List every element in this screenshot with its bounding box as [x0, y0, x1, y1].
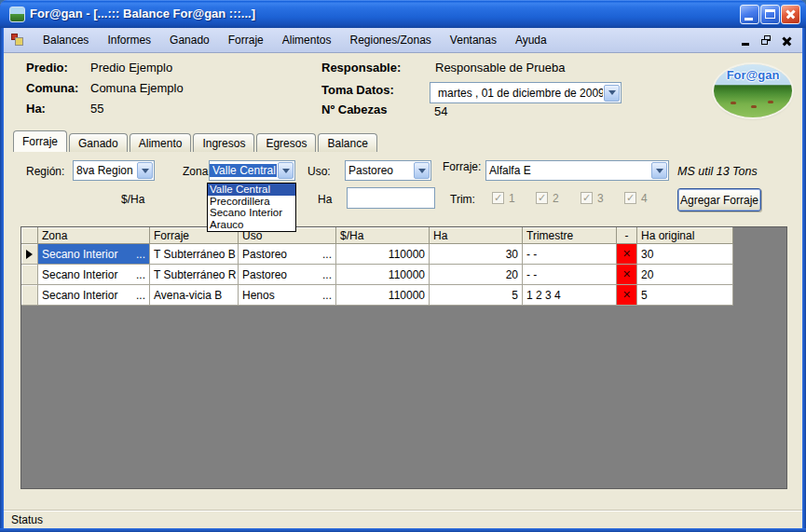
cell-uso[interactable]: Henos...	[239, 285, 336, 306]
cell-zona[interactable]: Secano Interior...	[38, 244, 150, 265]
uso-combobox[interactable]: Pastoreo	[345, 160, 431, 181]
delete-row-button[interactable]: ✕	[617, 244, 637, 265]
maximize-button[interactable]	[760, 5, 780, 24]
cell-ha[interactable]: 30	[430, 244, 523, 265]
cell-trimestre[interactable]: 1 2 3 4	[523, 285, 617, 306]
menu-regiones-zonas[interactable]: Regiones/Zonas	[340, 28, 440, 52]
cell-pha[interactable]: 110000	[336, 285, 430, 306]
tab-alimento[interactable]: Alimento	[130, 133, 192, 152]
agregar-forraje-button[interactable]: Agregar Forraje	[677, 188, 761, 211]
cell-pha[interactable]: 110000	[336, 244, 430, 265]
chevron-down-icon	[656, 169, 663, 173]
mdi-restore-button[interactable]	[761, 35, 772, 47]
trim-label: Trim:	[450, 193, 475, 206]
ha-value: 55	[90, 102, 103, 116]
menu-ayuda[interactable]: Ayuda	[506, 28, 556, 52]
region-combobox[interactable]: 8va Region	[73, 160, 155, 181]
delete-row-button[interactable]: ✕	[617, 265, 637, 285]
window-frame-bottom	[0, 528, 806, 532]
ellipsis-button[interactable]: ...	[136, 268, 145, 281]
cow-icon	[768, 101, 773, 103]
cell-trimestre[interactable]: - -	[523, 244, 617, 265]
menu-ventanas[interactable]: Ventanas	[441, 28, 506, 52]
menu-ganado[interactable]: Ganado	[160, 28, 219, 52]
app-icon	[9, 7, 25, 22]
window-title: For@gan - [...::: Balance For@gan :::...…	[30, 0, 255, 28]
mdi-window-controls	[741, 28, 793, 53]
cell-zona[interactable]: Secano Interior...	[38, 265, 150, 285]
uso-dropdown-button[interactable]	[414, 162, 430, 179]
mdi-close-button[interactable]	[782, 35, 793, 47]
trim-4-checkbox[interactable]: ✓	[624, 192, 636, 204]
col-header-ha-original[interactable]: Ha original	[637, 227, 733, 244]
trim-2-checkbox[interactable]: ✓	[536, 192, 548, 204]
forraje-label: Forraje:	[443, 160, 481, 173]
cell-ha-original[interactable]: 30	[637, 244, 733, 265]
cell-trimestre[interactable]: - -	[523, 265, 617, 285]
zona-dropdown-button[interactable]	[278, 162, 294, 179]
col-header-delete[interactable]: -	[617, 227, 637, 244]
trim-3-checkbox[interactable]: ✓	[581, 192, 593, 204]
pha-label: $/Ha	[121, 193, 144, 206]
cell-uso[interactable]: Pastoreo...	[239, 265, 336, 285]
zona-option-arauco[interactable]: Arauco	[208, 219, 295, 231]
trim-1-checkbox[interactable]: ✓	[492, 192, 504, 204]
ellipsis-button[interactable]: ...	[322, 248, 332, 261]
minimize-icon	[745, 18, 753, 20]
datepicker-dropdown-button[interactable]	[604, 85, 620, 102]
cell-ha[interactable]: 20	[430, 265, 523, 285]
menu-alimentos[interactable]: Alimentos	[273, 28, 341, 52]
cell-ha-original[interactable]: 20	[637, 265, 733, 285]
tab-ganado[interactable]: Ganado	[69, 133, 128, 152]
cell-forraje[interactable]: T Subterráneo R	[150, 265, 239, 285]
ha-input[interactable]	[347, 187, 435, 209]
menu-informes[interactable]: Informes	[98, 28, 160, 52]
ellipsis-button[interactable]: ...	[322, 289, 332, 302]
mdi-minimize-button[interactable]	[741, 35, 752, 47]
cell-ha-original[interactable]: 5	[637, 285, 733, 306]
uso-label: Uso:	[307, 165, 331, 178]
forraje-combobox[interactable]: Alfalfa E	[485, 160, 669, 181]
ellipsis-button[interactable]: ...	[136, 289, 145, 302]
menu-balances[interactable]: Balances	[34, 28, 98, 52]
cell-zona[interactable]: Secano Interior...	[38, 285, 150, 306]
col-header-pha[interactable]: $/Ha	[336, 227, 430, 244]
zona-combobox[interactable]: Valle Central	[209, 160, 295, 181]
cell-pha[interactable]: 110000	[336, 265, 430, 285]
col-header-ha[interactable]: Ha	[430, 227, 523, 244]
cell-ha[interactable]: 5	[430, 285, 523, 306]
delete-row-button[interactable]: ✕	[617, 285, 637, 306]
cell-forraje[interactable]: T Subterráneo B	[150, 244, 239, 265]
cell-forraje[interactable]: Avena-vicia B	[150, 285, 239, 306]
cell-uso[interactable]: Pastoreo...	[239, 244, 336, 265]
ellipsis-button[interactable]: ...	[322, 268, 332, 281]
col-header-zona[interactable]: Zona	[38, 227, 150, 244]
comuna-label: Comuna:	[26, 81, 78, 95]
tab-ingresos[interactable]: Ingresos	[193, 133, 254, 152]
menu-forraje[interactable]: Forraje	[219, 28, 273, 52]
ellipsis-button[interactable]: ...	[136, 248, 145, 261]
ha-label: Ha:	[26, 102, 46, 116]
chevron-down-icon	[418, 169, 426, 173]
row-selector-cell[interactable]	[21, 285, 38, 306]
zona-option-precordillera[interactable]: Precordillera	[208, 196, 295, 208]
mdi-child-icon[interactable]	[11, 34, 24, 47]
tab-egresos[interactable]: Egresos	[256, 133, 316, 152]
datepicker-value: martes , 01 de diciembre de 2009	[430, 87, 603, 100]
row-selector-cell[interactable]	[21, 244, 38, 265]
region-dropdown-button[interactable]	[137, 162, 153, 179]
tab-forraje[interactable]: Forraje	[13, 130, 67, 152]
tab-balance[interactable]: Balance	[318, 133, 376, 152]
toma-datos-datepicker[interactable]: martes , 01 de diciembre de 2009	[430, 82, 622, 103]
zona-option-valle-central[interactable]: Valle Central	[208, 184, 295, 196]
minimize-button[interactable]	[740, 5, 759, 24]
col-header-trimestre[interactable]: Trimestre	[523, 227, 617, 244]
chevron-down-icon	[608, 90, 616, 95]
title-bar: For@gan - [...::: Balance For@gan :::...…	[0, 0, 806, 28]
forraje-dropdown-button[interactable]	[651, 162, 667, 179]
ms-util-note: MS util 13 Tons	[677, 165, 758, 178]
close-button[interactable]	[781, 5, 800, 24]
zona-option-secano-interior[interactable]: Secano Interior	[208, 207, 295, 219]
row-selector-cell[interactable]	[21, 265, 38, 285]
cow-icon	[731, 102, 736, 104]
